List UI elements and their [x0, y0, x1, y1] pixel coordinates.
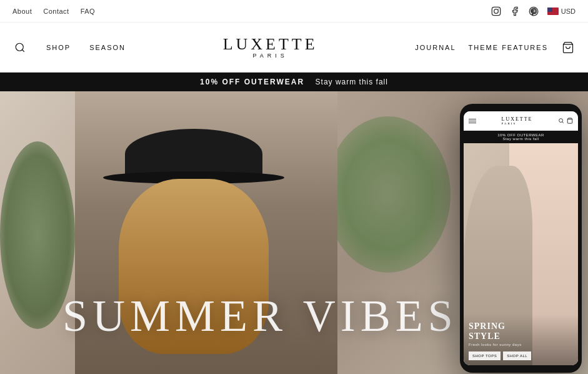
utility-links: About Contact FAQ: [12, 8, 95, 15]
utility-bar: About Contact FAQ USD: [0, 0, 588, 23]
phone-buttons: SHOP TOPS SHOP ALL: [469, 351, 573, 360]
currency-label: USD: [561, 8, 576, 15]
hero-headline: SUMMER VIBES: [62, 290, 458, 342]
facebook-icon[interactable]: [510, 6, 520, 16]
promo-bold: 10% OFF OUTERWEAR: [200, 78, 304, 86]
journal-link[interactable]: JOURNAL: [415, 44, 456, 51]
phone-shop-tops-button[interactable]: SHOP TOPS: [469, 351, 501, 360]
phone-search-icon[interactable]: [558, 115, 564, 126]
shop-link[interactable]: SHOP: [46, 44, 71, 51]
phone-shop-all-button[interactable]: SHOP ALL: [503, 351, 531, 360]
nav-right: JOURNAL THEME FEATURES: [415, 40, 576, 55]
contact-link[interactable]: Contact: [43, 8, 69, 15]
phone-logo: LUXETTE PARIS: [502, 116, 533, 125]
instagram-icon[interactable]: [491, 6, 501, 16]
logo-title: LUXETTE: [223, 36, 318, 53]
phone-logo-title: LUXETTE: [502, 116, 533, 122]
cart-icon[interactable]: [561, 40, 576, 55]
phone-cart-icon[interactable]: [567, 115, 573, 126]
search-icon[interactable]: [12, 40, 27, 55]
promo-text: Stay warm this fall: [316, 78, 388, 86]
svg-point-3: [16, 43, 23, 51]
season-link[interactable]: SEASON: [89, 44, 126, 51]
utility-right: USD: [491, 6, 576, 16]
promo-bar: 10% OFF OUTERWEAR Stay warm this fall: [0, 73, 588, 91]
phone-tagline: Fresh looks for sunny days: [469, 343, 573, 346]
phone-nav: LUXETTE PARIS: [464, 111, 578, 131]
hero-section: SUMMER VIBES LUXETTE PARIS: [0, 91, 588, 374]
svg-point-1: [494, 9, 498, 13]
currency-selector[interactable]: USD: [547, 8, 576, 15]
nav-left: SHOP SEASON: [12, 40, 126, 55]
phone-spring-style: SPRINGSTYLE: [469, 321, 573, 341]
flag-icon: [547, 8, 559, 15]
about-link[interactable]: About: [12, 8, 32, 15]
phone-promo-bar: 10% OFF OUTERWEAR Stay warm this fall: [464, 131, 578, 143]
hero-plant-right: [326, 116, 451, 273]
phone-logo-sub: PARIS: [502, 122, 533, 125]
main-nav: SHOP SEASON LUXETTE PARIS JOURNAL THEME …: [0, 23, 588, 73]
phone-screen: LUXETTE PARIS: [464, 111, 578, 365]
svg-line-4: [22, 49, 24, 51]
logo-subtitle: PARIS: [223, 53, 318, 59]
logo[interactable]: LUXETTE PARIS: [223, 36, 318, 59]
phone-hamburger-icon[interactable]: [469, 119, 476, 123]
phone-mockup: LUXETTE PARIS: [460, 104, 582, 373]
phone-icons: [558, 115, 573, 126]
faq-link[interactable]: FAQ: [81, 8, 96, 15]
phone-hero-image: SPRINGSTYLE Fresh looks for sunny days S…: [464, 143, 578, 365]
phone-promo-text: Stay warm this fall: [466, 137, 576, 141]
phone-overlay: SPRINGSTYLE Fresh looks for sunny days S…: [464, 314, 578, 365]
theme-features-link[interactable]: THEME FEATURES: [469, 44, 548, 51]
svg-rect-0: [492, 7, 500, 15]
svg-line-7: [562, 122, 564, 123]
pinterest-icon[interactable]: [529, 6, 539, 16]
svg-point-2: [498, 8, 499, 9]
